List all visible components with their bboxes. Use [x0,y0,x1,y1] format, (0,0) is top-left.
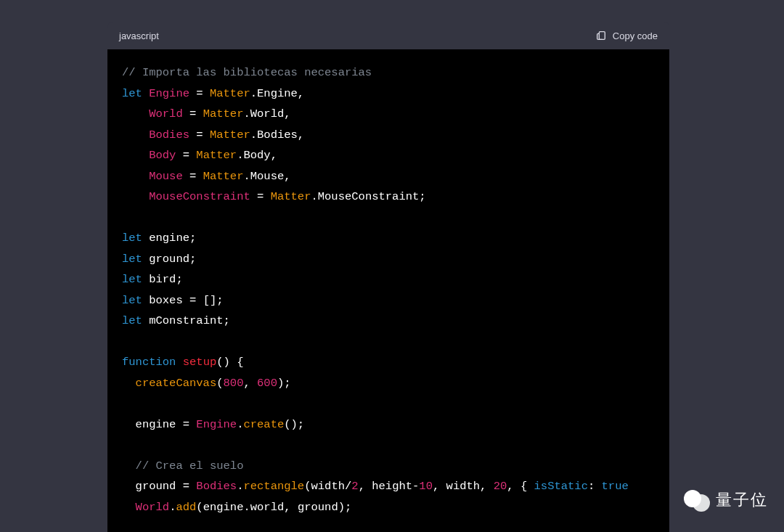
function-call: create [243,418,284,431]
property: isStatic [534,480,588,493]
identifier: Bodies [196,480,237,493]
keyword-let: let [122,232,142,245]
variable: mConstraint [149,314,223,327]
keyword-let: let [122,294,142,307]
variable: height [372,480,412,493]
variable: width [446,480,481,493]
identifier: Engine [149,87,189,100]
variable: ground [149,253,189,266]
keyword-let: let [122,314,142,327]
number-literal: 20 [494,480,507,493]
keyword-let: let [122,253,142,266]
watermark: 量子位 [684,487,768,513]
code-body[interactable]: // Importa las bibliotecas necesarias le… [107,49,669,532]
class-name: Matter [196,149,237,162]
class-name: Matter [203,107,244,120]
number-literal: 10 [419,480,433,493]
identifier: Body [149,149,176,162]
keyword-let: let [122,273,142,286]
code-comment: // Importa las bibliotecas necesarias [122,66,372,79]
code-comment: // Crea el suelo [136,459,244,472]
keyword-let: let [122,87,142,100]
identifier: World [149,107,183,120]
function-call: add [176,501,196,514]
svg-rect-0 [599,32,605,40]
property: world [250,501,285,514]
function-name: setup [183,356,217,369]
variable: engine [149,232,189,245]
class-name: Matter [210,128,250,142]
class-name: Matter [210,87,250,100]
keyword-function: function [122,356,176,369]
wechat-icon [684,487,710,513]
class-name: Matter [203,170,244,183]
variable: boxes [149,294,183,307]
function-call: rectangle [243,480,304,493]
copy-code-button[interactable]: Copy code [595,30,658,41]
watermark-text: 量子位 [716,489,768,511]
identifier: Bodies [149,128,189,142]
code-header: javascript Copy code [107,22,669,49]
variable: width [311,480,345,493]
clipboard-icon [595,30,607,41]
identifier: Mouse [149,170,183,183]
identifier: World [136,501,170,514]
number-literal: 800 [224,377,244,390]
number-literal: 2 [351,480,358,493]
number-literal: 600 [257,377,277,390]
function-call: createCanvas [136,377,217,390]
variable: bird [149,273,176,286]
class-name: Matter [271,190,311,203]
code-block: javascript Copy code // Importa las bibl… [107,22,669,532]
language-label: javascript [119,30,159,41]
identifier: Engine [196,418,237,431]
boolean-literal: true [602,480,629,493]
copy-code-label: Copy code [613,30,658,41]
identifier: MouseConstraint [149,190,250,203]
